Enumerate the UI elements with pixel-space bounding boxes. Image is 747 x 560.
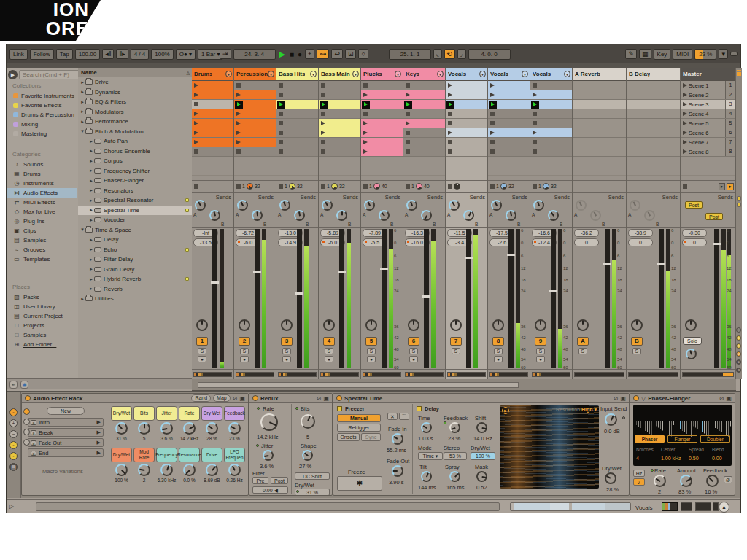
peak-level-field[interactable]: -38.9 — [628, 229, 653, 237]
fader-handle[interactable] — [465, 257, 473, 259]
track-header[interactable]: Vocals▾ — [530, 68, 572, 81]
clip-slot[interactable] — [361, 81, 403, 90]
save-preset-icon[interactable]: ▣ — [620, 395, 626, 402]
library-item-corpus[interactable]: ▸Corpus — [78, 156, 192, 166]
track-menu-icon[interactable]: ▾ — [225, 71, 232, 77]
device-thumbnail-0[interactable] — [662, 502, 678, 511]
clip-slot[interactable] — [276, 81, 318, 90]
track-menu-icon[interactable]: ▾ — [268, 71, 274, 77]
rack-side-button-0[interactable]: ◦ — [9, 408, 18, 416]
track-activator-button[interactable]: 7 — [450, 337, 462, 346]
solo-button[interactable]: S — [282, 348, 291, 354]
view-toggle-io[interactable] — [736, 327, 741, 332]
clip-slot[interactable] — [403, 138, 445, 147]
clip-slot[interactable] — [192, 109, 233, 119]
sidebar-item-instruments[interactable]: ◷Instruments — [7, 179, 77, 188]
overview-hamburger-icon[interactable] — [737, 70, 741, 76]
playing-clip-icon[interactable] — [235, 101, 243, 109]
scene-row-7[interactable]: Scene 77 — [681, 138, 735, 147]
volume-fader[interactable] — [551, 229, 556, 368]
playing-clip-icon[interactable] — [404, 101, 412, 109]
selection-box-button[interactable]: ⊡ — [345, 49, 357, 59]
clip-slot[interactable] — [403, 81, 445, 90]
rack-chain-button-1[interactable] — [23, 419, 30, 425]
clip-slot[interactable] — [361, 90, 403, 100]
clip-stop-button[interactable] — [321, 112, 325, 116]
arm-button[interactable]: ● — [198, 356, 206, 362]
playing-clip-icon[interactable] — [489, 101, 497, 109]
device-on-toggle[interactable] — [252, 395, 258, 401]
rack-side-button-4[interactable]: ◦ — [9, 452, 18, 460]
scene-row-1[interactable]: Scene 11 — [681, 81, 735, 90]
clip-slot[interactable] — [488, 147, 530, 157]
track-header[interactable]: Bass Main▾ — [319, 68, 360, 81]
library-item-vocoder[interactable]: ▸Vocoder — [78, 215, 192, 225]
cpu-meter[interactable]: 23 % — [694, 49, 716, 60]
track-stop-all-button[interactable] — [363, 184, 368, 189]
crossfade-strip[interactable] — [193, 372, 232, 377]
clip-slot[interactable] — [446, 128, 487, 138]
delay-drywet-field[interactable]: 100 % — [471, 452, 495, 460]
variation-launch-icon[interactable]: ▶ — [97, 419, 101, 425]
clip-stop-button[interactable] — [533, 149, 537, 154]
nudge-down-button[interactable]: ◂‖ — [102, 49, 114, 59]
clip-slot[interactable] — [234, 119, 276, 128]
send-a-knob[interactable] — [237, 200, 248, 211]
scene-number[interactable]: 6 — [725, 128, 735, 137]
track-activator-button[interactable]: 4 — [323, 337, 335, 346]
clip-slot[interactable] — [234, 81, 276, 90]
clip-stop-button[interactable] — [448, 121, 452, 125]
clip-slot[interactable] — [234, 128, 276, 138]
jitter-knob[interactable] — [263, 450, 274, 461]
sidebar-item-midi-effects[interactable]: ⇄MIDI Effects — [7, 198, 77, 207]
send-b-knob[interactable] — [421, 210, 432, 221]
clip-slot[interactable] — [319, 81, 360, 90]
expand-arrow-icon[interactable]: ▸ — [80, 79, 85, 85]
fader-handle[interactable] — [380, 268, 388, 270]
clip-slot[interactable] — [530, 147, 572, 157]
clip-play-icon[interactable] — [490, 131, 495, 135]
tap-tempo-button[interactable]: Tap — [56, 49, 73, 60]
track-menu-icon[interactable]: ▾ — [522, 71, 528, 77]
sidebar-item-samples[interactable]: ▤Samples — [7, 236, 77, 245]
clip-stop-button[interactable] — [533, 121, 537, 125]
track-header[interactable]: Master — [681, 68, 735, 81]
send-b-knob[interactable] — [548, 210, 559, 221]
send-a-knob[interactable] — [279, 200, 290, 211]
clip-stop-button[interactable] — [279, 112, 283, 116]
expand-arrow-icon[interactable]: ▸ — [88, 148, 94, 154]
clip-slot[interactable] — [234, 147, 276, 157]
expand-arrow-icon[interactable]: ▸ — [88, 178, 94, 184]
nudge-up-button[interactable]: ‖▸ — [116, 49, 128, 59]
capture-midi-button[interactable]: + — [305, 49, 314, 59]
variation-row-break[interactable]: aBreak▶ — [28, 428, 104, 437]
clip-slot[interactable] — [488, 109, 530, 119]
punch-in-button[interactable]: ◟ — [433, 49, 442, 59]
clip-slot[interactable] — [192, 138, 233, 147]
view-toggle-R[interactable]: R — [736, 343, 741, 349]
redux-drywet-field[interactable]: 31 % — [295, 489, 330, 496]
clip-slot[interactable] — [276, 147, 318, 157]
device-on-toggle[interactable] — [25, 395, 31, 401]
shift-knob[interactable] — [476, 422, 487, 433]
pan-knob[interactable] — [631, 319, 643, 331]
crossfade-strip[interactable] — [363, 372, 401, 377]
master-solo-button[interactable]: Solo — [683, 337, 702, 345]
clip-slot[interactable] — [403, 90, 445, 100]
help-icon[interactable]: ◉ — [20, 381, 28, 389]
view-toggle-S[interactable]: S — [736, 335, 741, 341]
pan-knob[interactable] — [492, 319, 504, 331]
library-item-reverb[interactable]: ▸Reverb — [78, 284, 192, 294]
clip-slot[interactable] — [530, 81, 572, 90]
clip-stop-button[interactable] — [321, 149, 325, 154]
view-toggle-D[interactable]: D — [736, 359, 741, 365]
save-preset-icon[interactable]: ▣ — [323, 395, 329, 402]
track-menu-icon[interactable]: ▾ — [395, 71, 401, 77]
track-activator-button[interactable]: B — [631, 337, 643, 346]
clip-stop-button[interactable] — [279, 83, 283, 88]
clip-play-icon[interactable] — [236, 121, 241, 125]
clip-slot[interactable] — [488, 119, 530, 128]
sidebar-item-audio-effects[interactable]: ⋈Audio Effects — [7, 188, 77, 198]
track-stop-all-button[interactable] — [406, 184, 410, 189]
groove-amount-field[interactable]: 100% — [151, 49, 173, 60]
